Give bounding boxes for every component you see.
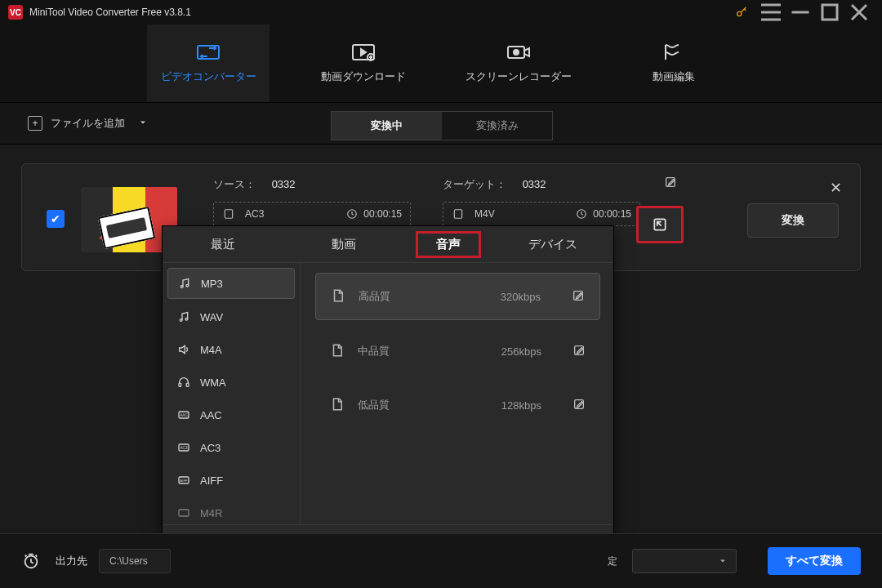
format-list[interactable]: MP3 WAV M4A WMA AAC AAC [163,263,301,524]
bottom-bar: 出力先 C:\Users 定 すべて変換 [0,533,882,588]
tab-recent[interactable]: 最近 [174,233,272,256]
format-popup-trigger[interactable] [636,206,684,243]
svg-rect-25 [179,510,189,516]
target-label: ターゲット： [443,178,506,190]
aiff-icon: AIFF [177,474,190,487]
svg-text:AC3: AC3 [180,446,187,450]
nav-screen-recorder[interactable]: スクリーンレコーダー [457,24,580,102]
format-icon [452,207,465,220]
format-item-ac3[interactable]: AC3 AC3 [167,433,295,462]
nav-video-download[interactable]: 動画ダウンロード [302,24,425,102]
task-close-icon[interactable]: ✕ [830,179,842,197]
nav-video-edit[interactable]: 動画編集 [612,24,735,102]
svg-point-14 [186,284,189,287]
quality-edit-icon[interactable] [572,289,585,305]
status-segment: 変換中 変換済み [331,111,553,140]
format-label: AIFF [200,474,223,487]
quality-row-mid[interactable]: 中品質 256kbps [315,328,600,374]
convert-all-label: すべて変換 [786,554,843,568]
target-block: ターゲット： 0332 M4V 00:00:15 [443,177,640,226]
format-label: WAV [200,311,223,323]
format-label: WMA [200,376,226,389]
format-label: MP3 [201,278,223,290]
svg-point-16 [185,318,188,320]
quality-edit-icon[interactable] [572,398,586,413]
svg-text:AAC: AAC [180,413,188,417]
svg-rect-17 [179,383,181,386]
file-icon [331,288,344,305]
source-name: 0332 [272,178,296,190]
convert-button[interactable]: 変換 [747,203,839,238]
source-format: AC3 [245,208,264,220]
clock-icon [345,207,359,220]
aac-icon: AAC [177,408,190,421]
close-icon[interactable] [844,0,874,24]
quality-rate: 128kbps [501,399,541,412]
quality-rate: 256kbps [501,345,541,358]
upgrade-key-icon[interactable] [727,0,756,24]
source-block: ソース： 0332 AC3 00:00:15 [213,177,411,226]
app-logo: VC [8,5,23,20]
quality-row-low[interactable]: 低品質 128kbps [315,382,600,428]
seg-converted[interactable]: 変換済み [442,112,552,140]
quality-row-high[interactable]: 高品質 320kbps [315,273,600,320]
minimize-icon[interactable] [786,0,815,24]
ac3-icon: AC3 [177,441,190,454]
nav-label: 動画ダウンロード [321,70,406,84]
format-icon [222,207,235,220]
maximize-icon[interactable] [815,0,844,24]
popup-tabs: 最近 動画 音声 デバイス [163,226,613,263]
tab-audio[interactable]: 音声 [416,231,481,258]
clock-icon[interactable] [21,551,41,571]
quality-label: 高品質 [359,289,390,304]
plus-icon: + [28,116,42,131]
quality-edit-icon[interactable] [572,344,586,359]
svg-rect-18 [186,383,189,386]
format-item-aac[interactable]: AAC AAC [167,400,295,430]
menu-icon[interactable] [756,0,786,24]
format-item-wav[interactable]: WAV [167,302,295,332]
tab-device[interactable]: デバイス [504,233,602,256]
output-path-field[interactable]: C:\Users [99,549,171,573]
format-item-mp3[interactable]: MP3 [167,268,295,299]
tab-video[interactable]: 動画 [295,233,393,256]
after-label: 定 [608,555,617,568]
title-bar: VC MiniTool Video Converter Free v3.8.1 [0,0,882,24]
quality-rate: 320kbps [501,291,541,303]
format-item-wma[interactable]: WMA [167,368,295,397]
format-item-m4a[interactable]: M4A [167,335,295,364]
format-item-aiff[interactable]: AIFF AIFF [167,466,295,495]
seg-converting[interactable]: 変換中 [332,112,442,140]
svg-point-15 [180,319,182,322]
quality-label: 中品質 [358,344,390,359]
target-file-row: M4V 00:00:15 [443,202,640,226]
chevron-down-icon [718,556,728,566]
download-icon [350,42,377,62]
nav-label: ビデオコンバーター [161,70,256,84]
convert-label: 変換 [782,213,804,228]
app-title: MiniTool Video Converter Free v3.8.1 [29,7,191,18]
main-nav: ビデオコンバーター 動画ダウンロード スクリーンレコーダー 動画編集 [0,24,882,102]
after-select[interactable] [632,549,737,573]
output-label: 出力先 [56,554,87,568]
source-duration: 00:00:15 [363,208,402,220]
headphones-icon [177,376,190,389]
speaker-icon [177,343,190,356]
add-file-button[interactable]: + ファイルを追加 [0,103,159,144]
task-checkbox[interactable]: ✔ [47,210,65,228]
music-note-icon [178,277,191,290]
svg-text:AIFF: AIFF [180,479,188,483]
svg-rect-9 [454,210,461,219]
nav-video-converter[interactable]: ビデオコンバーター [147,24,270,102]
quality-label: 低品質 [358,398,390,412]
music-note-icon [177,310,190,323]
quality-list: 高品質 320kbps 中品質 256kbps 低品質 128kbps [301,263,613,524]
edit-target-icon[interactable] [664,176,677,191]
target-duration: 00:00:15 [593,208,631,220]
clock-icon [575,207,588,220]
convert-all-button[interactable]: すべて変換 [768,547,861,575]
file-icon [330,343,343,360]
svg-rect-1 [822,5,837,20]
format-item-m4r[interactable]: M4R [167,498,295,524]
m4r-icon [177,506,190,519]
